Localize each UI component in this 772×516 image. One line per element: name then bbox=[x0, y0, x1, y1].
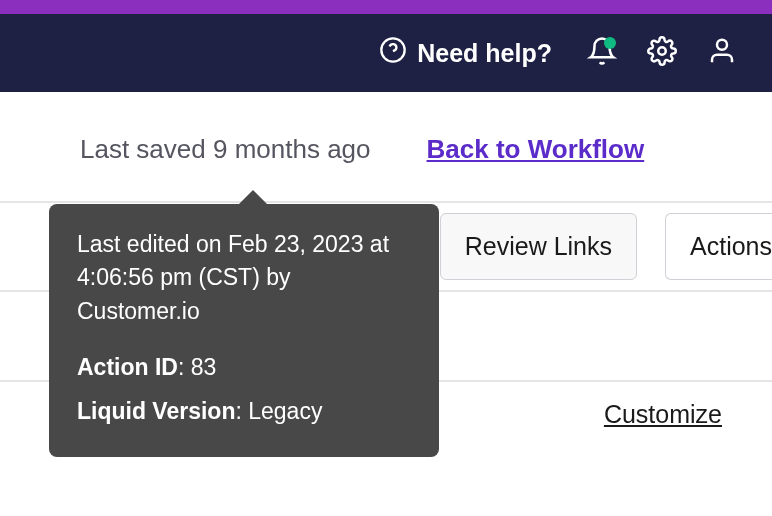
review-links-button[interactable]: Review Links bbox=[440, 213, 637, 280]
actions-button[interactable]: Actions bbox=[665, 213, 772, 280]
tooltip-edited-text: Last edited on Feb 23, 2023 at 4:06:56 p… bbox=[77, 228, 411, 328]
tooltip-action-id-label: Action ID bbox=[77, 354, 178, 380]
user-icon bbox=[707, 36, 737, 70]
customize-link[interactable]: Customize bbox=[604, 400, 722, 429]
top-accent-bar bbox=[0, 0, 772, 14]
sub-header: Last saved 9 months ago Back to Workflow bbox=[0, 92, 772, 201]
tooltip-liquid-version-label: Liquid Version bbox=[77, 398, 235, 424]
profile-button[interactable] bbox=[696, 27, 748, 79]
settings-button[interactable] bbox=[636, 27, 688, 79]
tooltip-action-id-row: Action ID: 83 bbox=[77, 346, 411, 390]
svg-point-2 bbox=[658, 47, 666, 55]
tooltip-meta: Action ID: 83 Liquid Version: Legacy bbox=[77, 346, 411, 433]
help-circle-icon bbox=[379, 36, 407, 70]
last-saved-tooltip: Last edited on Feb 23, 2023 at 4:06:56 p… bbox=[49, 204, 439, 457]
notifications-button[interactable] bbox=[576, 27, 628, 79]
tooltip-action-id-value: 83 bbox=[191, 354, 217, 380]
app-header: Need help? bbox=[0, 14, 772, 92]
need-help-link[interactable]: Need help? bbox=[363, 28, 568, 78]
help-label: Need help? bbox=[417, 39, 552, 68]
tooltip-liquid-version-value: Legacy bbox=[248, 398, 322, 424]
last-saved-text: Last saved 9 months ago bbox=[80, 134, 371, 165]
tooltip-liquid-version-row: Liquid Version: Legacy bbox=[77, 390, 411, 434]
svg-point-3 bbox=[717, 40, 727, 50]
back-to-workflow-link[interactable]: Back to Workflow bbox=[427, 134, 645, 165]
notification-dot bbox=[604, 37, 616, 49]
gear-icon bbox=[647, 36, 677, 70]
